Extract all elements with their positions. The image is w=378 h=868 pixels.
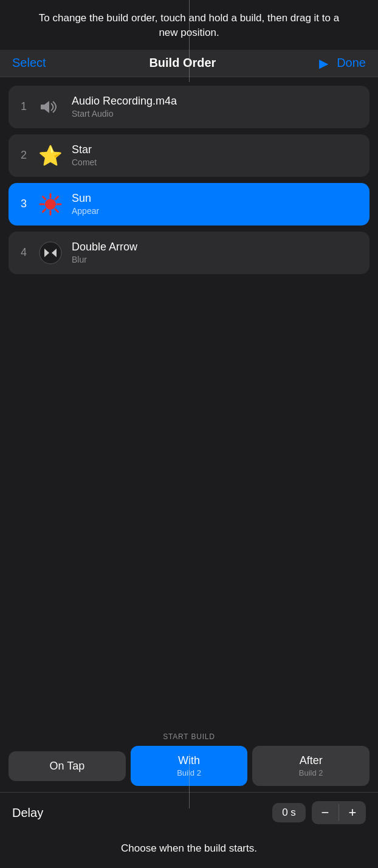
item-text-1: Audio Recording.m4a Start Audio xyxy=(72,95,177,119)
play-button[interactable]: ▶ xyxy=(319,56,328,71)
segment-after-build[interactable]: After Build 2 xyxy=(252,746,369,786)
item-name-3: Sun xyxy=(72,192,99,205)
build-list: 1 Audio Recording.m4a Start Audio 2 ⭐ St… xyxy=(0,77,378,274)
page-title: Build Order xyxy=(149,56,216,70)
instruction-text: To change the build order, touch and hol… xyxy=(39,12,339,38)
segment-with-build[interactable]: With Build 2 xyxy=(131,746,248,786)
item-name-2: Star xyxy=(72,143,97,156)
done-button[interactable]: Done xyxy=(337,56,366,70)
item-number-3: 3 xyxy=(18,198,29,210)
minus-icon: − xyxy=(321,805,329,821)
select-button[interactable]: Select xyxy=(12,56,46,70)
delay-label: Delay xyxy=(12,806,43,820)
stepper-minus[interactable]: − xyxy=(312,801,338,824)
item-number-1: 1 xyxy=(18,100,29,113)
sun-icon xyxy=(38,191,63,217)
bottom-instruction: Choose when the build starts. xyxy=(0,833,378,868)
svg-line-9 xyxy=(55,196,58,199)
item-sub-4: Blur xyxy=(72,255,137,264)
svg-line-10 xyxy=(43,209,46,212)
segment-row: On Tap With Build 2 After Build 2 xyxy=(0,746,378,786)
after-sub: Build 2 xyxy=(299,768,323,777)
nav-right: ▶ Done xyxy=(319,56,366,71)
item-sub-2: Comet xyxy=(72,157,97,167)
on-tap-label: On Tap xyxy=(49,760,84,773)
delay-value: 0 s xyxy=(272,803,306,822)
item-text-4: Double Arrow Blur xyxy=(72,241,137,264)
item-text-2: Star Comet xyxy=(72,143,97,167)
with-sub: Build 2 xyxy=(177,768,201,777)
double-arrow-icon xyxy=(38,240,63,266)
item-sub-3: Appear xyxy=(72,206,99,216)
item-number-2: 2 xyxy=(18,149,29,162)
spacer xyxy=(0,274,378,627)
build-item-2[interactable]: 2 ⭐ Star Comet xyxy=(9,134,369,177)
svg-rect-0 xyxy=(41,105,44,109)
svg-marker-1 xyxy=(44,101,49,113)
build-item-1[interactable]: 1 Audio Recording.m4a Start Audio xyxy=(9,86,369,128)
nav-bar: Select Build Order ▶ Done xyxy=(0,50,378,77)
item-number-4: 4 xyxy=(18,246,29,259)
build-item-3[interactable]: 3 Sun Appear xyxy=(9,183,369,226)
plus-icon: + xyxy=(349,805,357,821)
svg-point-11 xyxy=(40,242,61,264)
top-instruction: To change the build order, touch and hol… xyxy=(0,0,378,50)
delay-row: Delay 0 s − + xyxy=(0,792,378,833)
item-sub-1: Start Audio xyxy=(72,109,177,119)
item-text-3: Sun Appear xyxy=(72,192,99,216)
bottom-instruction-text: Choose when the build starts. xyxy=(121,842,257,854)
stepper-plus[interactable]: + xyxy=(339,801,366,824)
svg-point-2 xyxy=(45,199,56,210)
star-icon: ⭐ xyxy=(38,143,63,168)
delay-controls: 0 s − + xyxy=(272,801,366,824)
start-build-label: START BUILD xyxy=(0,726,378,746)
segment-on-tap[interactable]: On Tap xyxy=(9,751,126,781)
build-item-4[interactable]: 4 Double Arrow Blur xyxy=(9,232,369,274)
bottom-section: START BUILD On Tap With Build 2 After Bu… xyxy=(0,726,378,868)
stepper-group: − + xyxy=(312,801,366,824)
after-label: After xyxy=(300,754,323,767)
item-name-1: Audio Recording.m4a xyxy=(72,95,177,108)
svg-line-8 xyxy=(55,209,58,212)
svg-line-7 xyxy=(43,196,46,199)
audio-icon xyxy=(38,94,63,120)
item-name-4: Double Arrow xyxy=(72,241,137,253)
with-label: With xyxy=(178,754,200,767)
